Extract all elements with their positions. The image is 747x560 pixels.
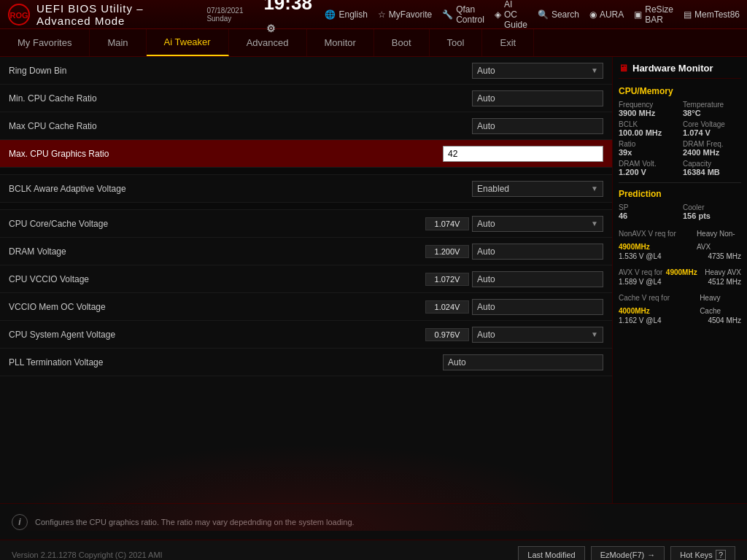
value-cpu-vccio: 1.072V Auto xyxy=(425,271,603,287)
chevron-down-icon-3: ▼ xyxy=(591,219,598,228)
setting-max-cpu-graphics-ratio[interactable]: Max. CPU Graphics Ratio 42 xyxy=(0,140,612,168)
logo-area: ROG UEFI BIOS Utility – Advanced Mode xyxy=(7,1,180,28)
label-dram-voltage: DRAM Voltage xyxy=(9,246,425,257)
hw-label-ratio: Ratio 39x xyxy=(619,140,677,157)
prediction-avx: AVX V req for 4900MHz Heavy AVX 1.589 V … xyxy=(619,265,741,286)
dropdown-cpu-core-cache[interactable]: Auto ▼ xyxy=(472,216,603,232)
dropdown-bclk-adaptive[interactable]: Enabled ▼ xyxy=(472,181,603,197)
setting-min-cpu-cache-ratio[interactable]: Min. CPU Cache Ratio Auto xyxy=(0,85,612,112)
topbar-myfavorite[interactable]: ☆ MyFavorite xyxy=(378,9,432,20)
value-cpu-system-agent: 0.976V Auto ▼ xyxy=(425,327,603,343)
arrow-right-icon: → xyxy=(647,551,655,559)
separator-1 xyxy=(0,168,612,175)
input-pll-termination[interactable]: Auto xyxy=(443,354,603,370)
badge-vccio-mem-oc: 1.024V xyxy=(425,300,469,314)
label-pll-termination-voltage: PLL Termination Voltage xyxy=(9,357,443,368)
settings-panel: Ring Down Bin Auto ▼ Min. CPU Cache Rati… xyxy=(0,57,612,503)
hw-label-core-voltage: Core Voltage 1.074 V xyxy=(683,120,741,137)
globe-icon: 🌐 xyxy=(325,9,336,20)
label-cpu-core-cache-voltage: CPU Core/Cache Voltage xyxy=(9,219,425,229)
value-dram-voltage: 1.200V Auto xyxy=(425,244,603,260)
setting-vccio-mem-oc-voltage[interactable]: VCCIO Mem OC Voltage 1.024V Auto xyxy=(0,293,612,321)
header-bar: ROG UEFI BIOS Utility – Advanced Mode 07… xyxy=(0,0,747,29)
input-dram-voltage[interactable]: Auto xyxy=(472,244,603,260)
tab-main[interactable]: Main xyxy=(90,29,146,56)
fan-icon: 🔧 xyxy=(442,9,453,20)
svg-text:ROG: ROG xyxy=(9,11,28,20)
value-pll-termination: Auto xyxy=(443,354,603,370)
badge-dram-voltage: 1.200V xyxy=(425,245,469,258)
aura-icon: ◉ xyxy=(589,9,597,20)
badge-cpu-core-cache: 1.074V xyxy=(425,217,469,230)
help-icon: ? xyxy=(716,550,726,560)
badge-cpu-system-agent: 0.976V xyxy=(425,328,469,341)
tab-monitor[interactable]: Monitor xyxy=(307,29,374,56)
resize-icon: ▣ xyxy=(634,9,642,20)
label-vccio-mem-oc-voltage: VCCIO Mem OC Voltage xyxy=(9,302,425,312)
input-vccio-mem-oc[interactable]: Auto xyxy=(472,299,603,315)
topbar-english[interactable]: 🌐 English xyxy=(325,9,367,20)
setting-dram-voltage[interactable]: DRAM Voltage 1.200V Auto xyxy=(0,238,612,265)
input-cpu-vccio[interactable]: Auto xyxy=(472,271,603,287)
topbar-aioc[interactable]: ◈ AI OC Guide xyxy=(495,0,527,30)
footer: Version 2.21.1278 Copyright (C) 2021 AMI… xyxy=(0,540,747,560)
value-max-cpu-cache: Auto xyxy=(472,118,603,134)
tab-exit[interactable]: Exit xyxy=(482,29,534,56)
hw-label-dram-freq: DRAM Freq. 2400 MHz xyxy=(683,140,741,157)
value-vccio-mem-oc: 1.024V Auto xyxy=(425,299,603,315)
input-max-cpu-graphics[interactable]: 42 xyxy=(443,146,603,162)
label-ring-down-bin: Ring Down Bin xyxy=(9,66,472,76)
setting-cpu-vccio-voltage[interactable]: CPU VCCIO Voltage 1.072V Auto xyxy=(0,265,612,293)
app-title: UEFI BIOS Utility – Advanced Mode xyxy=(36,2,180,27)
hw-section-prediction: Prediction xyxy=(619,189,741,199)
tab-my-favorites[interactable]: My Favorites xyxy=(0,29,90,56)
main-content: Ring Down Bin Auto ▼ Min. CPU Cache Rati… xyxy=(0,57,747,503)
hw-prediction-sp-cooler: SP 46 Cooler 156 pts xyxy=(619,203,741,220)
info-text: Configures the CPU graphics ratio. The r… xyxy=(35,518,355,526)
input-max-cpu-cache[interactable]: Auto xyxy=(472,118,603,134)
hot-keys-button[interactable]: Hot Keys ? xyxy=(670,546,735,561)
tab-ai-tweaker[interactable]: Ai Tweaker xyxy=(147,29,229,56)
label-max-cpu-graphics-ratio: Max. CPU Graphics Ratio xyxy=(9,149,443,159)
last-modified-button[interactable]: Last Modified xyxy=(518,546,584,561)
value-min-cpu-cache: Auto xyxy=(472,90,603,106)
prediction-nonavx: NonAVX V req for 4900MHz Heavy Non-AVX 1… xyxy=(619,226,741,260)
chevron-down-icon-4: ▼ xyxy=(591,330,598,338)
label-bclk-adaptive-voltage: BCLK Aware Adaptive Voltage xyxy=(9,184,472,194)
setting-cpu-system-agent-voltage[interactable]: CPU System Agent Voltage 0.976V Auto ▼ xyxy=(0,321,612,349)
monitor-icon: 🖥 xyxy=(619,63,628,74)
topbar-resizebar[interactable]: ▣ ReSize BAR xyxy=(634,4,673,25)
tab-tool[interactable]: Tool xyxy=(430,29,483,56)
star-icon: ☆ xyxy=(378,9,386,20)
hw-monitor-panel: 🖥 Hardware Monitor CPU/Memory Frequency … xyxy=(612,57,747,503)
badge-cpu-vccio: 1.072V xyxy=(425,273,469,286)
setting-bclk-adaptive-voltage[interactable]: BCLK Aware Adaptive Voltage Enabled ▼ xyxy=(0,175,612,203)
topbar-qfan[interactable]: 🔧 Qfan Control xyxy=(442,4,484,25)
label-max-cpu-cache-ratio: Max CPU Cache Ratio xyxy=(9,121,472,131)
search-icon: 🔍 xyxy=(538,9,549,20)
hw-cpu-memory-grid: Frequency 3900 MHz Temperature 38°C BCLK… xyxy=(619,101,741,176)
rog-logo: ROG xyxy=(7,1,31,28)
hw-divider-1 xyxy=(619,182,741,183)
dropdown-cpu-system-agent[interactable]: Auto ▼ xyxy=(472,327,603,343)
setting-ring-down-bin[interactable]: Ring Down Bin Auto ▼ xyxy=(0,57,612,85)
ezmode-button[interactable]: EzMode(F7) → xyxy=(591,546,665,561)
topbar-memtest[interactable]: ▤ MemTest86 xyxy=(684,9,740,20)
topbar-search[interactable]: 🔍 Search xyxy=(538,9,579,20)
tab-boot[interactable]: Boot xyxy=(374,29,430,56)
topbar-aura[interactable]: ◉ AURA xyxy=(589,9,624,20)
label-cpu-vccio-voltage: CPU VCCIO Voltage xyxy=(9,274,425,284)
setting-pll-termination-voltage[interactable]: PLL Termination Voltage Auto xyxy=(0,349,612,376)
value-bclk-adaptive: Enabled ▼ xyxy=(472,181,603,197)
input-min-cpu-cache[interactable]: Auto xyxy=(472,90,603,106)
setting-max-cpu-cache-ratio[interactable]: Max CPU Cache Ratio Auto xyxy=(0,112,612,140)
dropdown-ring-down-bin[interactable]: Auto ▼ xyxy=(472,63,603,79)
nav-tabs: My Favorites Main Ai Tweaker Advanced Mo… xyxy=(0,29,747,57)
day-display: Sunday xyxy=(206,15,231,23)
tab-advanced[interactable]: Advanced xyxy=(229,29,307,56)
separator-2 xyxy=(0,203,612,210)
setting-cpu-core-cache-voltage[interactable]: CPU Core/Cache Voltage 1.074V Auto ▼ xyxy=(0,210,612,238)
prediction-cache: Cache V req for 4000MHz Heavy Cache 1.16… xyxy=(619,290,741,324)
hw-label-temperature: Temperature 38°C xyxy=(683,101,741,117)
footer-buttons: Last Modified EzMode(F7) → Hot Keys ? xyxy=(518,546,735,561)
